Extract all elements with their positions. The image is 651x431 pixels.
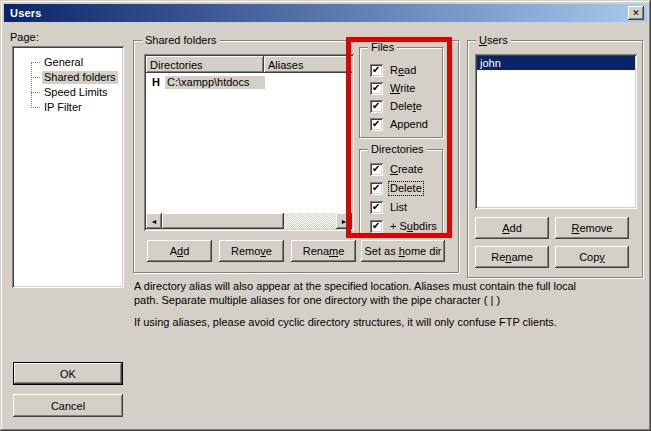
tree-item-label[interactable]: Speed Limits <box>42 86 110 99</box>
header-label: Aliases <box>268 59 303 71</box>
directories-list-body: Directories Aliases H C:\xampp\htdocs ◄ <box>146 56 352 229</box>
user-row-selected[interactable]: john <box>477 56 635 70</box>
list-header-directories[interactable]: Directories <box>146 56 264 73</box>
close-button[interactable]: ✕ <box>628 6 644 20</box>
button-label: Copy <box>579 251 605 263</box>
add-user-button[interactable]: Add <box>475 217 549 239</box>
annotation-highlight-box <box>346 37 452 238</box>
note-line-3: If using aliases, please avoid cyclic di… <box>134 316 557 328</box>
add-folder-button[interactable]: Add <box>147 240 212 262</box>
scroll-thumb[interactable] <box>162 213 284 229</box>
h-scrollbar[interactable]: ◄ ► <box>146 213 352 229</box>
button-label: Remove <box>572 222 613 234</box>
directory-path[interactable]: C:\xampp\htdocs <box>165 76 265 89</box>
button-label: Cancel <box>51 400 85 412</box>
users-group: Users john Add Remove Rename Copy <box>467 40 643 278</box>
window-title: Users <box>4 7 42 19</box>
button-label: Add <box>502 222 522 234</box>
home-marker: H <box>152 76 160 88</box>
shared-folders-legend: Shared folders <box>142 34 220 47</box>
header-label: Directories <box>150 59 203 71</box>
scroll-left-icon: ◄ <box>151 218 158 225</box>
tree-item-label[interactable]: IP Filter <box>42 101 84 114</box>
rename-folder-button[interactable]: Rename <box>291 240 356 262</box>
page-tree-inner: General Shared folders Speed Limits IP F… <box>14 48 122 286</box>
users-legend: Users <box>476 34 511 47</box>
tree-item-general[interactable]: General <box>14 55 122 70</box>
remove-folder-button[interactable]: Remove <box>219 240 284 262</box>
users-dialog: Users ✕ Page: General Shared folders Spe… <box>0 0 651 431</box>
tree-dash-icon <box>31 92 40 93</box>
cancel-button[interactable]: Cancel <box>13 394 123 417</box>
directories-list[interactable]: Directories Aliases H C:\xampp\htdocs ◄ <box>144 54 354 231</box>
tree-item-shared-folders[interactable]: Shared folders <box>14 70 122 85</box>
button-label: Set as home dir <box>364 245 441 257</box>
title-bar[interactable]: Users ✕ <box>4 4 647 22</box>
directory-row[interactable]: H C:\xampp\htdocs <box>146 75 352 89</box>
copy-user-button[interactable]: Copy <box>555 246 629 268</box>
user-name: john <box>480 57 501 69</box>
button-label: Remove <box>231 245 272 257</box>
button-label: Add <box>170 245 190 257</box>
note-line-1: A directory alias will also appear at th… <box>134 280 576 292</box>
scroll-left-button[interactable]: ◄ <box>146 213 162 229</box>
set-as-home-dir-button[interactable]: Set as home dir <box>361 240 445 262</box>
close-icon: ✕ <box>632 8 640 18</box>
list-header-aliases[interactable]: Aliases <box>264 56 349 73</box>
tree-dash-icon <box>31 77 40 78</box>
button-label: OK <box>60 368 76 380</box>
users-list[interactable]: john <box>475 54 637 209</box>
note-line-2: path. Separate multiple aliases for one … <box>134 294 500 306</box>
button-label: Rename <box>303 245 345 257</box>
tree-dash-icon <box>31 62 40 63</box>
tree-item-label-selected[interactable]: Shared folders <box>42 71 118 84</box>
button-label: Rename <box>491 251 533 263</box>
tree-item-label[interactable]: General <box>42 56 85 69</box>
page-tree: General Shared folders Speed Limits IP F… <box>12 46 124 288</box>
tree-item-ip-filter[interactable]: IP Filter <box>14 100 122 115</box>
users-list-body: john <box>477 56 635 207</box>
scroll-track[interactable] <box>162 213 336 229</box>
tree-item-speed-limits[interactable]: Speed Limits <box>14 85 122 100</box>
ok-button[interactable]: OK <box>13 362 123 385</box>
tree-dash-icon <box>31 107 40 108</box>
rename-user-button[interactable]: Rename <box>475 246 549 268</box>
page-label: Page: <box>10 31 39 43</box>
remove-user-button[interactable]: Remove <box>555 217 629 239</box>
